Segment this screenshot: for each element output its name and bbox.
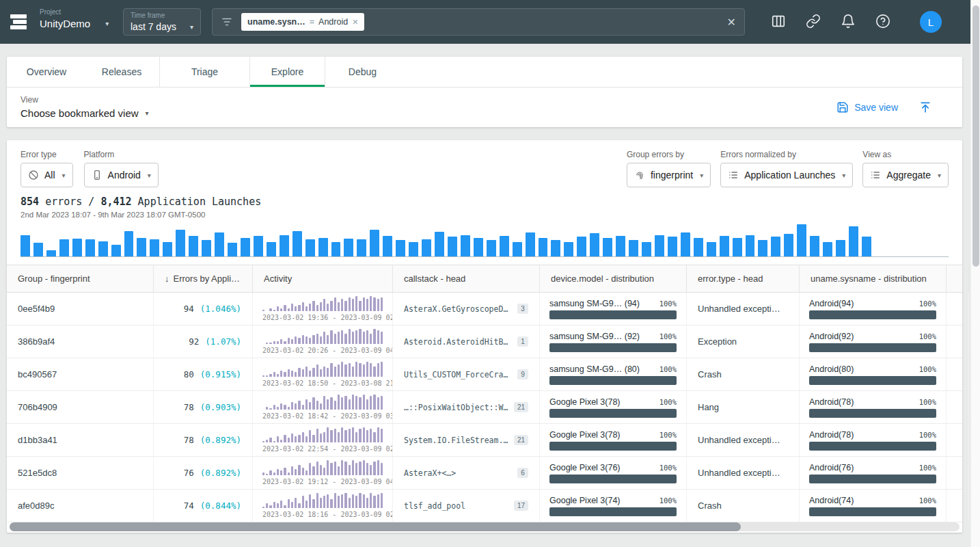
vertical-scrollbar[interactable] — [970, 0, 980, 547]
cell-fingerprint[interactable]: 0ee5f4b9 — [7, 293, 154, 325]
platform-select[interactable]: Android ▾ — [84, 163, 159, 187]
bookmarked-view-selector[interactable]: Choose bookmarked view ▾ — [21, 107, 149, 119]
fingerprint-value: 0ee5f4b9 — [18, 304, 55, 314]
fingerprint-value: afe0d89c — [18, 501, 55, 511]
slash-circle-icon — [28, 170, 39, 181]
error-type-select[interactable]: All ▾ — [21, 163, 73, 187]
errors-percent: (1.07%) — [205, 336, 241, 347]
tab-explore[interactable]: Explore — [249, 57, 325, 87]
cell-fingerprint[interactable]: bc490567 — [7, 358, 154, 390]
layout-columns-icon[interactable] — [771, 14, 786, 29]
cell-fingerprint[interactable]: d1bb3a41 — [7, 424, 154, 456]
cell-fingerprint[interactable]: afe0d89c — [7, 490, 154, 522]
device-model-percent: 100% — [659, 431, 677, 439]
activity-sparkline — [262, 329, 383, 344]
col-header-activity[interactable]: Activity — [253, 265, 393, 292]
backtrace-logo-icon[interactable] — [10, 13, 27, 31]
save-view-button[interactable]: Save view — [836, 101, 898, 114]
save-view-label: Save view — [854, 102, 898, 113]
fingerprint-value: 706b4909 — [18, 402, 57, 412]
platform-value: Android — [108, 170, 141, 181]
cell-fingerprint[interactable]: 386b9af4 — [7, 325, 154, 358]
col-header-errors[interactable]: ↓Errors by Appli… — [154, 265, 253, 292]
vertical-scrollbar-thumb[interactable] — [972, 5, 979, 267]
view-as-value: Aggregate — [886, 170, 931, 181]
query-filter-bar[interactable]: uname.sysn… = Android ✕ ✕ — [212, 8, 745, 36]
filter-chip-remove-icon[interactable]: ✕ — [352, 18, 358, 27]
errors-count: 78 — [184, 402, 194, 412]
errors-percent: (0.892%) — [200, 468, 241, 478]
clear-filters-icon[interactable]: ✕ — [727, 16, 736, 29]
activity-sparkline — [262, 395, 383, 410]
table-row[interactable]: d1bb3a41 78(0.892%) 2023-03-02 22:54 - 2… — [7, 424, 962, 457]
avatar-letter: L — [928, 16, 934, 28]
device-model-bar — [549, 310, 677, 319]
normalized-by-select[interactable]: Application Launches ▾ — [720, 163, 853, 187]
cell-device-model: Google Pixel 3(78)100% — [540, 391, 687, 423]
help-icon[interactable] — [875, 14, 890, 29]
table-row[interactable]: 0ee5f4b9 94(1.046%) 2023-03-02 19:36 - 2… — [7, 293, 962, 325]
callstack-count-badge[interactable]: 1 — [517, 336, 528, 347]
table-row[interactable]: bc490567 80(0.915%) 2023-03-02 18:50 - 2… — [7, 358, 962, 391]
chevron-down-icon: ▾ — [842, 172, 845, 179]
cell-error-type: Unhandled excepti… — [687, 424, 800, 456]
callstack-count-badge[interactable]: 6 — [517, 468, 528, 478]
uname-label: Android(76) — [809, 463, 854, 472]
cell-fingerprint[interactable]: 706b4909 — [7, 391, 154, 423]
uname-bar — [809, 343, 936, 352]
callstack-count-badge[interactable]: 3 — [517, 304, 528, 314]
group-by-select[interactable]: fingerprint ▾ — [627, 163, 711, 187]
horizontal-scrollbar-thumb[interactable] — [10, 522, 741, 531]
filter-chip[interactable]: uname.sysn… = Android ✕ — [241, 13, 364, 31]
device-model-label: samsung SM-G9… (80) — [549, 364, 640, 374]
horizontal-scrollbar[interactable] — [10, 522, 959, 531]
errors-suffix: errors / — [45, 196, 94, 208]
col-header-uname[interactable]: uname.sysname - distribution — [800, 265, 947, 292]
fingerprint-icon — [634, 170, 645, 181]
timeframe-selector[interactable]: Time frame last 7 days ▾ — [123, 8, 201, 36]
cell-uname: Android(94)100% — [800, 293, 947, 325]
device-model-percent: 100% — [659, 496, 677, 505]
callstack-count-badge[interactable]: 9 — [517, 369, 528, 379]
save-icon — [836, 101, 849, 114]
date-range: 2nd Mar 2023 18:07 - 9th Mar 2023 18:07 … — [21, 211, 949, 219]
callstack-count-badge[interactable]: 17 — [514, 501, 528, 511]
col-header-callstack[interactable]: callstack - head — [393, 265, 540, 292]
user-avatar[interactable]: L — [920, 11, 942, 33]
tab-debug[interactable]: Debug — [325, 57, 400, 87]
col-header-device-model[interactable]: device.model - distribution — [540, 265, 687, 292]
cell-error-type: Exception — [687, 325, 800, 358]
device-model-percent: 100% — [659, 464, 677, 472]
uname-percent: 100% — [919, 365, 936, 373]
scroll-to-top-icon[interactable] — [918, 101, 932, 114]
notifications-bell-icon[interactable] — [841, 14, 856, 29]
table-row[interactable]: 386b9af4 92(1.07%) 2023-03-02 20:26 - 20… — [7, 325, 962, 358]
error-type-value: Unhandled excepti… — [698, 304, 780, 314]
project-selector[interactable]: Project UnityDemo ▾ — [40, 8, 109, 29]
cell-fingerprint[interactable]: 521e5dc8 — [7, 457, 154, 489]
col-header-fingerprint[interactable]: Group - fingerprint — [7, 265, 154, 292]
link-icon[interactable] — [806, 14, 821, 29]
uname-bar — [809, 310, 936, 319]
view-as-select[interactable]: Aggregate ▾ — [862, 163, 949, 187]
activity-sparkline — [262, 493, 383, 508]
errors-histogram[interactable] — [21, 224, 949, 257]
table-row[interactable]: 521e5dc8 76(0.892%) 2023-03-02 19:12 - 2… — [7, 457, 962, 490]
uname-label: Android(78) — [809, 430, 854, 440]
cell-activity: 2023-03-02 18:50 - 2023-03-08 21:59 — [253, 358, 393, 390]
tab-overview[interactable]: Overview — [9, 57, 84, 87]
table-row[interactable]: afe0d89c 74(0.844%) 2023-03-02 18:16 - 2… — [7, 490, 962, 522]
uname-label: Android(92) — [809, 332, 854, 341]
summary-section: 854 errors / 8,412 Application Launches … — [7, 187, 962, 219]
tab-triage[interactable]: Triage — [159, 57, 249, 87]
cell-device-model: samsung SM-G9… (94)100% — [540, 293, 687, 325]
callstack-count-badge[interactable]: 21 — [514, 402, 528, 412]
tab-releases[interactable]: Releases — [84, 57, 159, 87]
error-type-value: All — [44, 170, 55, 181]
col-header-error-type[interactable]: error.type - head — [687, 265, 800, 292]
col-label: error.type - head — [698, 274, 763, 284]
table-row[interactable]: 706b4909 78(0.903%) 2023-03-02 18:42 - 2… — [7, 391, 962, 424]
cell-callstack: Utils_CUSTOM_ForceCrash9 — [393, 358, 540, 390]
activity-range: 2023-03-02 18:16 - 2023-03-09 02:19 — [262, 511, 383, 518]
callstack-count-badge[interactable]: 21 — [514, 435, 528, 445]
